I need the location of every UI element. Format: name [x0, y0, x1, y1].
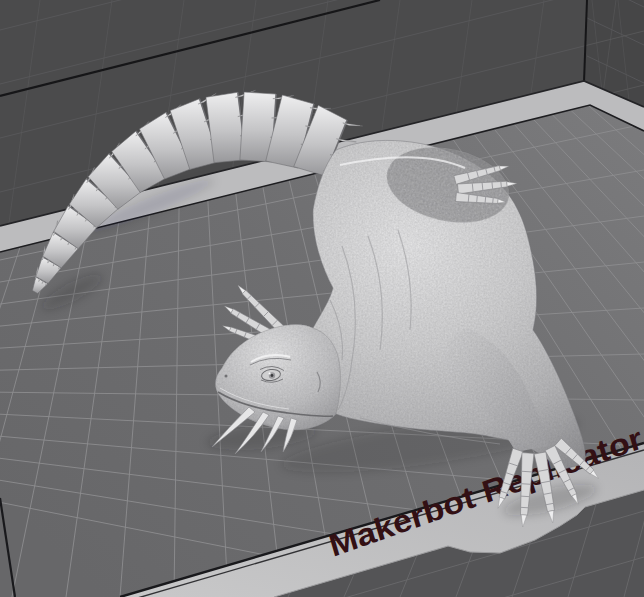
eye-pupil: [271, 374, 274, 377]
3d-viewport[interactable]: Makerbot Replicator: [0, 0, 644, 597]
nostril: [225, 375, 228, 378]
eye-highlight: [269, 373, 271, 375]
scene-canvas: Makerbot Replicator: [0, 0, 644, 597]
